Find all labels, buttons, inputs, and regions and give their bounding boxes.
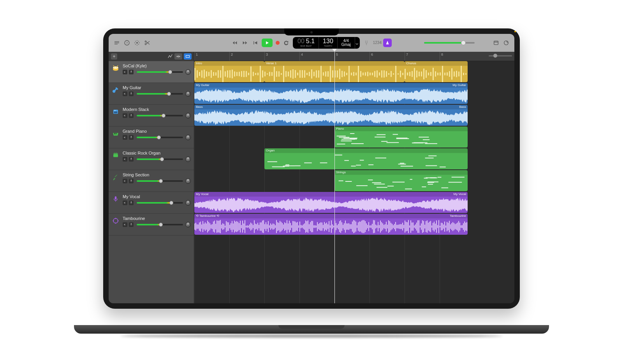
timeline[interactable]: Intro Verse 1 Chorus My Guitar [194, 61, 514, 303]
cycle-button[interactable] [283, 39, 290, 46]
mute-button[interactable] [123, 222, 127, 227]
master-volume-slider[interactable] [424, 40, 475, 46]
metronome-button[interactable] [383, 39, 392, 47]
mute-button[interactable] [123, 113, 127, 118]
track-volume-slider[interactable] [137, 201, 183, 205]
pan-knob[interactable] [185, 135, 191, 140]
track-volume-slider[interactable] [137, 157, 183, 161]
track-volume-handle[interactable] [157, 135, 161, 139]
pan-knob[interactable] [185, 113, 191, 118]
track-volume-slider[interactable] [137, 223, 183, 227]
track-volume-handle[interactable] [160, 157, 164, 161]
track-volume-handle[interactable] [162, 114, 165, 118]
track-header[interactable]: Grand Piano [109, 127, 194, 148]
zoom-slider[interactable] [489, 53, 512, 59]
library-icon[interactable] [113, 39, 120, 46]
notes-editor-icon[interactable] [493, 39, 500, 46]
track-view-toggle-on[interactable] [184, 53, 192, 60]
lcd-chevron-icon[interactable]: ⌄ [355, 37, 359, 49]
track-volume-handle[interactable] [169, 201, 173, 205]
mute-button[interactable] [123, 200, 127, 205]
record-button[interactable] [276, 41, 280, 45]
loop-browser-icon[interactable] [503, 39, 510, 46]
track-header[interactable]: Classic Rock Organ [109, 148, 194, 170]
track-header[interactable]: My Guitar [109, 83, 194, 105]
pan-knob[interactable] [185, 200, 191, 206]
track-volume-slider[interactable] [137, 135, 183, 139]
go-to-start-button[interactable] [252, 39, 259, 46]
svg-rect-435 [455, 224, 456, 229]
svg-rect-103 [377, 70, 378, 77]
track-volume-slider[interactable] [137, 179, 183, 183]
region[interactable]: Strings [334, 170, 468, 191]
solo-button[interactable] [129, 70, 134, 74]
track-volume-handle[interactable] [168, 70, 172, 74]
svg-rect-249 [238, 222, 238, 231]
play-button[interactable] [262, 39, 273, 47]
region[interactable]: My Vocal My Vocal [194, 192, 468, 213]
svg-rect-351 [357, 225, 357, 228]
solo-button[interactable] [129, 179, 134, 183]
solo-button[interactable] [129, 135, 134, 140]
solo-button[interactable] [129, 113, 134, 118]
track-header[interactable]: SoCal (Kyle) [109, 61, 194, 83]
svg-rect-425 [443, 224, 444, 229]
track-header[interactable]: Modern Stack [109, 105, 194, 127]
forward-button[interactable] [241, 39, 248, 46]
track-name: Classic Rock Organ [123, 151, 191, 155]
svg-rect-236 [222, 223, 223, 230]
track-view-toggle-off[interactable] [174, 53, 182, 60]
svg-rect-326 [327, 224, 328, 229]
master-volume-handle[interactable] [461, 40, 466, 45]
svg-rect-229 [214, 220, 215, 232]
svg-rect-414 [430, 221, 431, 232]
track-header[interactable]: Tambourine [109, 214, 194, 236]
solo-button[interactable] [129, 91, 134, 96]
track-type-icon [112, 64, 120, 72]
solo-button[interactable] [129, 200, 134, 205]
tuning-fork-icon[interactable] [363, 39, 370, 46]
solo-button[interactable] [129, 157, 134, 162]
svg-rect-391 [403, 225, 404, 228]
track-volume-slider[interactable] [137, 92, 183, 96]
rewind-button[interactable] [231, 39, 238, 46]
add-track-button[interactable]: + [111, 53, 117, 60]
region[interactable]: Intro [194, 61, 264, 82]
pan-knob[interactable] [185, 69, 191, 75]
region[interactable]: Chorus [405, 61, 468, 82]
region[interactable]: My Guitar My Guitar [194, 83, 468, 104]
mute-button[interactable] [123, 91, 127, 96]
pan-knob[interactable] [185, 178, 191, 184]
region[interactable]: Bass Bass [194, 105, 468, 126]
solo-button[interactable] [129, 222, 134, 227]
mute-button[interactable] [123, 157, 127, 162]
track-volume-handle[interactable] [159, 223, 163, 227]
mute-button[interactable] [123, 179, 127, 183]
svg-rect-312 [311, 221, 312, 232]
mute-button[interactable] [123, 70, 127, 74]
track-volume-handle[interactable] [159, 179, 163, 183]
settings-icon[interactable] [134, 39, 141, 46]
track-volume-slider[interactable] [137, 70, 183, 74]
automation-icon[interactable] [167, 54, 173, 59]
track-header[interactable]: My Vocal [109, 192, 194, 214]
svg-rect-357 [364, 220, 364, 233]
pan-knob[interactable] [185, 222, 191, 227]
region[interactable]: Piano [334, 127, 468, 148]
lcd-display[interactable]: 005.1 BAR BEAT 130 TEMPO 4/4 Gmaj [293, 37, 360, 49]
pan-knob[interactable] [185, 91, 191, 97]
region[interactable]: Organ [264, 148, 468, 169]
svg-rect-337 [340, 220, 341, 233]
playhead[interactable] [334, 52, 335, 303]
help-icon[interactable]: ? [123, 39, 130, 46]
scissors-icon[interactable] [144, 39, 151, 46]
svg-rect-270 [262, 220, 263, 232]
region[interactable]: ⟲ Tambourine ⟲ Tambourine [194, 214, 468, 235]
svg-rect-423 [441, 223, 442, 230]
timeline-ruler[interactable]: 12345678 [194, 52, 514, 61]
track-header[interactable]: String Section [109, 170, 194, 192]
pan-knob[interactable] [185, 157, 191, 162]
track-volume-slider[interactable] [137, 114, 183, 118]
mute-button[interactable] [123, 135, 127, 140]
track-volume-handle[interactable] [167, 92, 171, 96]
